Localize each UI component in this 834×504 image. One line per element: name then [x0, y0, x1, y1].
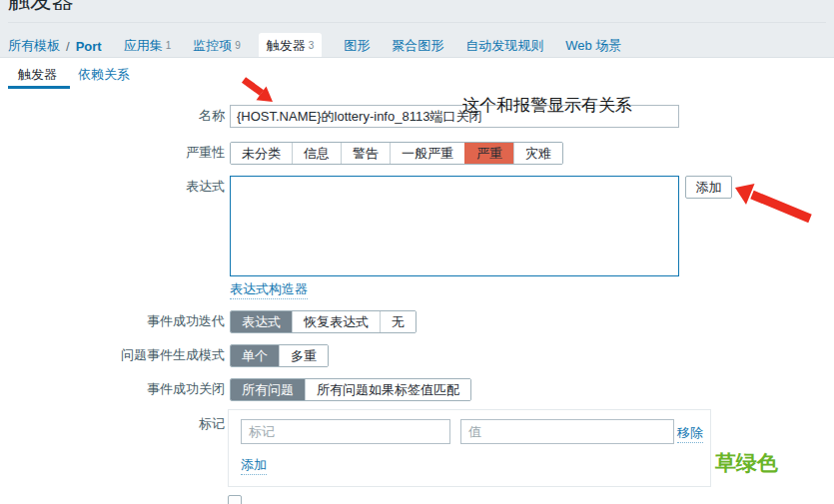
problem-event-mode-label: 问题事件生成模式	[0, 344, 225, 366]
tag-value-input[interactable]	[460, 419, 674, 444]
ok-event-recovery-expression-button[interactable]: 恢复表达式	[292, 311, 380, 332]
tag-remove-link[interactable]: 移除	[677, 424, 703, 443]
page-title: 触发器	[8, 0, 74, 16]
breadcrumb-host-link[interactable]: Port	[76, 39, 102, 54]
tab-dependencies[interactable]: 依赖关系	[78, 66, 130, 84]
nav-item-screens[interactable]: 聚合图形	[392, 37, 443, 55]
close-matching-tag-button[interactable]: 所有问题如果标签值匹配	[305, 379, 470, 400]
nav-item-graphs[interactable]: 图形	[344, 37, 370, 55]
ok-event-expression-button[interactable]: 表达式	[231, 311, 292, 332]
severity-information-button[interactable]: 信息	[292, 143, 341, 164]
severity-high-button[interactable]: 严重	[464, 143, 513, 164]
ok-event-generation-label: 事件成功迭代	[0, 310, 225, 332]
nav-item-web-scenarios[interactable]: Web 场景	[565, 37, 621, 55]
nav-count-items: 9	[235, 40, 241, 51]
severity-label: 严重性	[0, 142, 225, 164]
nav-count-applications: 1	[166, 40, 172, 51]
nav-item-discovery-rules[interactable]: 自动发现规则	[465, 37, 543, 55]
breadcrumb-all-templates-link[interactable]: 所有模板	[8, 37, 60, 55]
breadcrumb-separator: /	[66, 39, 70, 54]
problem-event-single-button[interactable]: 单个	[231, 345, 279, 366]
nav-item-triggers-selected[interactable]: 触发器3	[259, 33, 323, 59]
expression-textarea[interactable]	[230, 176, 679, 276]
problem-event-multiple-button[interactable]: 多重	[279, 345, 328, 366]
tab-active-underline	[8, 86, 70, 89]
close-all-problems-button[interactable]: 所有问题	[231, 379, 305, 400]
tab-trigger[interactable]: 触发器	[18, 66, 57, 84]
breadcrumb: 所有模板 / Port 应用集1 监控项9 触发器3 图形 聚合图形 自动发现规…	[8, 33, 621, 59]
tag-name-input[interactable]	[241, 419, 450, 444]
expression-constructor-link[interactable]: 表达式构造器	[230, 280, 308, 299]
severity-segmented-control: 未分类 信息 警告 一般严重 严重 灾难	[230, 142, 563, 165]
ok-event-none-button[interactable]: 无	[380, 311, 416, 332]
tag-add-link[interactable]: 添加	[241, 456, 267, 475]
severity-average-button[interactable]: 一般严重	[390, 143, 464, 164]
ok-event-generation-segmented-control: 表达式 恢复表达式 无	[230, 310, 417, 333]
name-label: 名称	[0, 105, 225, 127]
annotation-green-note: 草绿色	[715, 449, 778, 477]
severity-warning-button[interactable]: 警告	[341, 143, 390, 164]
nav-item-applications[interactable]: 应用集1	[124, 37, 172, 55]
annotation-name-note: 这个和报警显示有关系	[462, 94, 632, 117]
severity-disaster-button[interactable]: 灾难	[513, 143, 562, 164]
problem-event-mode-segmented-control: 单个 多重	[230, 344, 329, 367]
expression-label: 表达式	[0, 176, 225, 198]
nav-count-triggers: 3	[309, 40, 315, 51]
tags-container: 移除 添加	[228, 409, 711, 487]
title-divider	[8, 22, 826, 23]
tags-label: 标记	[0, 413, 225, 435]
ok-event-closes-segmented-control: 所有问题 所有问题如果标签值匹配	[230, 378, 471, 401]
bottom-checkbox[interactable]	[228, 495, 242, 504]
expression-add-button[interactable]: 添加	[685, 176, 732, 199]
ok-event-closes-label: 事件成功关闭	[0, 378, 225, 400]
severity-not-classified-button[interactable]: 未分类	[231, 143, 292, 164]
nav-item-items[interactable]: 监控项9	[193, 37, 241, 55]
